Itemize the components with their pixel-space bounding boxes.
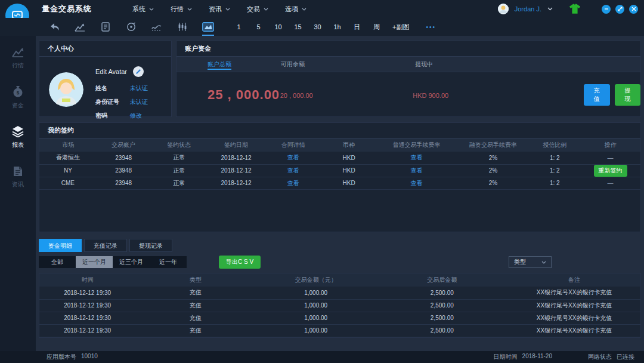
edit-avatar-label: Edit Avatar xyxy=(95,68,127,75)
news-doc-icon xyxy=(13,165,23,177)
password-label: 密码 xyxy=(95,112,130,120)
contract-view-link[interactable]: 查看 xyxy=(287,167,299,174)
period-5[interactable]: 5 xyxy=(249,23,268,30)
trend-line-icon[interactable] xyxy=(150,20,163,33)
period-1[interactable]: 1 xyxy=(229,23,249,30)
tab-recharge-records[interactable]: 充值记录 xyxy=(84,239,127,252)
user-avatar[interactable] xyxy=(498,4,509,14)
my-contracts-panel: 我的签约 市场 交易账户 签约状态 签约日期 合同详情 币种 普通交易手续费率 … xyxy=(39,122,641,232)
filter-last-3-months[interactable]: 近三个月 xyxy=(113,256,150,268)
available-balance-value: 20 , 000.00 xyxy=(280,92,313,99)
period-day[interactable]: 日 xyxy=(347,23,367,32)
records-filter-row: 全部 近一个月 近三个月 近一年 导出C S V 类型 xyxy=(39,256,641,269)
export-csv-button[interactable]: 导出C S V xyxy=(219,256,261,269)
back-icon[interactable] xyxy=(48,20,61,33)
date-range-filter: 全部 近一个月 近三个月 近一年 xyxy=(39,256,187,268)
period-15[interactable]: 15 xyxy=(288,23,308,30)
pencil-icon xyxy=(135,69,141,75)
contract-row: CME 23948 正常 2018-12-12 查看 HKD 查看 2% 1: … xyxy=(39,177,640,189)
filter-last-year[interactable]: 近一年 xyxy=(150,256,187,268)
record-row: 2018-12-12 19:30 充值 1,000.00 2,500.00 XX… xyxy=(39,287,640,299)
main-content: 个人中心 Edit Avatar 姓名 未认证 xyxy=(36,36,644,351)
chart-image-icon[interactable] xyxy=(202,20,215,33)
contracts-header-row: 市场 交易账户 签约状态 签约日期 合同详情 币种 普通交易手续费率 融资交易手… xyxy=(39,139,640,152)
minimize-button[interactable] xyxy=(602,5,611,14)
close-button[interactable] xyxy=(629,5,638,14)
name-verify-link[interactable]: 未认证 xyxy=(130,84,148,93)
personal-center-panel: 个人中心 Edit Avatar 姓名 未认证 xyxy=(39,41,172,117)
top-bar: 量金交易系统 系统 行情 资讯 交易 选项 Jordan J. xyxy=(0,0,644,18)
edit-avatar-button[interactable] xyxy=(133,66,144,77)
records-tabs: 资金明细 充值记录 提现记录 xyxy=(39,239,641,252)
period-10[interactable]: 10 xyxy=(268,23,288,30)
menu-trade[interactable]: 交易 xyxy=(247,5,268,14)
account-funds-panel: 账户资金 账户总额 可用余额 提现中 25 , 000.00 20 , 000.… xyxy=(176,41,641,117)
user-name[interactable]: Jordan J. xyxy=(515,5,541,13)
chevron-down-icon xyxy=(302,8,306,11)
sidebar-item-quotes[interactable]: 行情 xyxy=(0,43,36,73)
fee-view-link[interactable]: 查看 xyxy=(410,154,422,161)
sidebar-item-funds[interactable]: $ 资金 xyxy=(0,82,36,113)
more-icon[interactable]: ••• xyxy=(426,24,436,30)
name-label: 姓名 xyxy=(95,84,130,93)
id-number-label: 身份证号 xyxy=(95,98,130,106)
menu-system[interactable]: 系统 xyxy=(132,5,154,14)
order-list-icon[interactable] xyxy=(99,20,112,33)
period-week[interactable]: 周 xyxy=(367,23,386,32)
records-table-panel: 时间 类型 交易金额（元） 交易后金额 备注 2018-12-12 19:30 … xyxy=(39,273,641,338)
menu-options[interactable]: 选项 xyxy=(285,5,306,14)
contract-view-link[interactable]: 查看 xyxy=(287,180,299,186)
window-controls xyxy=(602,5,638,14)
chevron-down-icon xyxy=(264,8,268,11)
profile-avatar[interactable] xyxy=(49,72,83,107)
total-balance-label[interactable]: 账户总额 xyxy=(208,61,231,70)
left-sidebar: 行情 $ 资金 报表 资讯 xyxy=(0,36,36,351)
market-chart-icon xyxy=(11,47,24,58)
withdraw-button[interactable]: 提现 xyxy=(615,84,640,106)
recharge-button[interactable]: 充值 xyxy=(584,84,609,106)
status-bar: 应用版本号 10010 日期时间 2018-11-20 网络状态 已连接 xyxy=(0,351,644,363)
contracts-table: 市场 交易账户 签约状态 签约日期 合同详情 币种 普通交易手续费率 融资交易手… xyxy=(39,139,640,190)
target-icon[interactable] xyxy=(125,20,138,33)
password-modify-link[interactable]: 修改 xyxy=(130,112,142,120)
fee-view-link[interactable]: 查看 xyxy=(410,180,422,186)
sidebar-item-reports[interactable]: 报表 xyxy=(0,122,36,153)
user-menu-chevron-icon[interactable] xyxy=(547,7,553,11)
chart-up-icon[interactable] xyxy=(73,20,86,33)
period-30[interactable]: 30 xyxy=(308,23,327,30)
contract-row: 香港恒生 23948 正常 2018-12-12 查看 HKD 查看 2% 1:… xyxy=(39,152,640,164)
record-row: 2018-12-12 19:30 充值 1,000.00 2,500.00 XX… xyxy=(39,324,640,337)
app-title: 量金交易系统 xyxy=(42,4,131,14)
fee-view-link[interactable]: 查看 xyxy=(410,167,422,174)
total-balance-value: 25 , 000.00 xyxy=(208,87,280,102)
tab-withdraw-records[interactable]: 提现记录 xyxy=(129,239,172,252)
filter-all[interactable]: 全部 xyxy=(39,256,76,268)
filter-last-month[interactable]: 近一个月 xyxy=(76,256,113,268)
period-1h[interactable]: 1h xyxy=(327,23,347,30)
app-version: 应用版本号 10010 xyxy=(47,353,98,361)
records-table: 时间 类型 交易金额（元） 交易后金额 备注 2018-12-12 19:30 … xyxy=(39,273,640,337)
tab-funds-detail[interactable]: 资金明细 xyxy=(39,239,82,252)
sidebar-item-news[interactable]: 资讯 xyxy=(0,161,36,192)
type-select[interactable]: 类型 xyxy=(509,256,552,268)
menu-news[interactable]: 资讯 xyxy=(209,5,230,14)
status-datetime: 日期时间 2018-11-20 xyxy=(494,353,552,361)
chevron-down-icon xyxy=(187,8,192,11)
contract-view-link[interactable]: 查看 xyxy=(287,154,299,161)
id-verify-link[interactable]: 未认证 xyxy=(130,98,148,106)
record-row: 2018-12-12 19:30 充值 1,000.00 2,500.00 XX… xyxy=(39,299,640,312)
period-buttons: 1 5 10 15 30 1h 日 周 xyxy=(229,23,386,32)
resign-contract-button[interactable]: 重新签约 xyxy=(594,165,627,177)
menu-quotes[interactable]: 行情 xyxy=(171,5,192,14)
chevron-down-icon xyxy=(541,261,546,264)
restore-button[interactable] xyxy=(615,5,624,14)
add-subchart-button[interactable]: +副图 xyxy=(392,23,409,32)
money-bag-icon: $ xyxy=(11,85,24,98)
candlestick-icon[interactable] xyxy=(176,20,189,33)
theme-shirt-icon[interactable] xyxy=(568,4,581,14)
main-menu: 系统 行情 资讯 交易 选项 xyxy=(132,5,306,14)
no-action-dash: — xyxy=(608,180,614,186)
svg-text:$: $ xyxy=(17,90,20,96)
contract-row: NY 23948 正常 2018-12-12 查看 HKD 查看 2% 1: 2… xyxy=(39,164,640,177)
user-area: Jordan J. xyxy=(498,0,638,18)
